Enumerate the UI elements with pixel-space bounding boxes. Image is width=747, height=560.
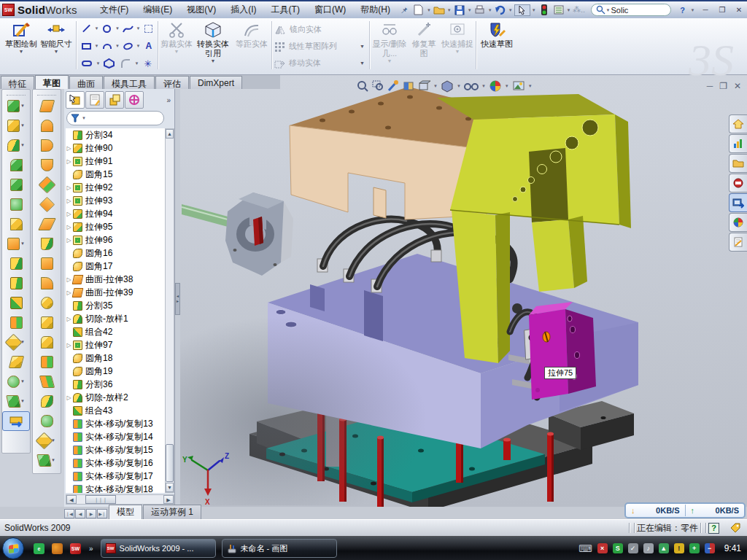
- menu-file[interactable]: 文件(F): [93, 1, 135, 18]
- features-toolbar-button[interactable]: [2, 254, 30, 273]
- quick-launch-solidworks-icon[interactable]: SW: [70, 543, 81, 554]
- dropdown-caret[interactable]: ▼: [457, 84, 461, 88]
- tab-scroll-next[interactable]: ▶: [86, 509, 96, 518]
- quick-launch-messenger-icon[interactable]: e: [34, 543, 44, 554]
- tray-volume-icon[interactable]: ♪: [643, 543, 654, 553]
- tree-item[interactable]: ▷组合42: [66, 325, 165, 338]
- surfaces-toolbar-button[interactable]: [33, 195, 61, 214]
- features-toolbar-button[interactable]: ▼: [2, 372, 30, 392]
- tree-item[interactable]: ▷曲面-拉伸39: [66, 286, 165, 299]
- filter-caret-icon[interactable]: ▼: [82, 116, 86, 120]
- save-icon[interactable]: [453, 4, 466, 16]
- dropdown-caret[interactable]: ▼: [488, 8, 492, 12]
- sketch-button[interactable]: 草图绘制▼: [4, 20, 38, 54]
- dropdown-caret[interactable]: ▼: [691, 8, 695, 12]
- features-toolbar-button[interactable]: [2, 313, 30, 332]
- appearances-pane-icon[interactable]: [729, 213, 747, 232]
- tab-scroll-prev[interactable]: ◀: [75, 509, 85, 518]
- section-view-icon[interactable]: [402, 79, 415, 93]
- search-box[interactable]: ▼ Solic: [591, 4, 671, 16]
- print-icon[interactable]: [473, 4, 487, 16]
- features-toolbar-button[interactable]: [2, 214, 30, 234]
- expand-arrow-icon[interactable]: ▷: [66, 276, 72, 283]
- new-document-icon[interactable]: [412, 4, 425, 16]
- appearances-icon[interactable]: [489, 79, 502, 93]
- scrollbar-thumb[interactable]: ❘❘❘: [85, 495, 116, 504]
- menu-window[interactable]: 窗口(W): [308, 1, 352, 18]
- dropdown-caret[interactable]: ▼: [96, 61, 101, 66]
- dropdown-caret[interactable]: ▼: [135, 61, 139, 66]
- restore-button[interactable]: ❐: [716, 4, 729, 15]
- rebuild-traffic-light-icon[interactable]: [538, 4, 551, 16]
- dropdown-caret[interactable]: ▼: [136, 44, 141, 48]
- dropdown-caret[interactable]: ▼: [505, 84, 509, 88]
- line-tool-icon[interactable]: [79, 28, 94, 29]
- tab-motion-study[interactable]: 运动算例 1: [143, 505, 201, 519]
- tree-horizontal-scrollbar[interactable]: ◀ ❘❘❘ ▶: [66, 494, 174, 505]
- file-explorer-icon[interactable]: [729, 154, 747, 173]
- configuration-manager-tab[interactable]: [105, 91, 124, 109]
- start-button[interactable]: [2, 537, 24, 559]
- surfaces-toolbar-button[interactable]: [33, 372, 61, 392]
- rapid-sketch-button[interactable]: 快速草图: [479, 20, 515, 49]
- property-manager-tab[interactable]: [85, 91, 104, 109]
- tab-model[interactable]: 模型: [109, 505, 142, 519]
- splitter-handle[interactable]: ◂▸: [175, 283, 180, 315]
- tree-item[interactable]: ▷实体-移动/复制17: [66, 470, 165, 483]
- dropdown-caret[interactable]: ▼: [532, 8, 536, 12]
- tab-scroll-first[interactable]: ❘◀: [64, 509, 74, 518]
- tab-dimxpert[interactable]: DimXpert: [190, 76, 242, 89]
- point-tool-icon[interactable]: ✳: [139, 58, 156, 69]
- features-toolbar-button[interactable]: ▼: [2, 136, 30, 155]
- view-palette-icon[interactable]: [729, 193, 747, 212]
- rectangle-tool-icon[interactable]: [79, 43, 94, 50]
- dropdown-caret[interactable]: ▼: [19, 49, 24, 54]
- tree-item[interactable]: ▷圆角18: [66, 351, 165, 365]
- panel-overflow-chevron[interactable]: »: [166, 96, 173, 104]
- tree-item[interactable]: ▷拉伸91: [66, 155, 165, 168]
- features-toolbar-button[interactable]: ▼: [2, 116, 30, 136]
- tree-item[interactable]: ▷拉伸90: [66, 141, 165, 155]
- expand-arrow-icon[interactable]: ▷: [66, 198, 72, 204]
- tree-item[interactable]: ▷实体-移动/复制15: [66, 443, 165, 456]
- surfaces-toolbar-button[interactable]: [33, 352, 61, 372]
- features-toolbar-button[interactable]: [2, 352, 30, 372]
- menu-tools[interactable]: 工具(T): [265, 1, 306, 18]
- panel-splitter[interactable]: ◂▸: [175, 89, 180, 507]
- expand-arrow-icon[interactable]: ▷: [66, 211, 72, 217]
- features-toolbar-button[interactable]: ▼: [2, 96, 30, 116]
- tree-item[interactable]: ▷实体-移动/复制16: [66, 456, 165, 470]
- surfaces-toolbar-button[interactable]: ▼: [33, 431, 61, 451]
- tab-evaluate[interactable]: 评估: [155, 76, 189, 89]
- smart-dimension-button[interactable]: 智能尺寸▼: [39, 20, 73, 54]
- keyboard-layout-icon[interactable]: ⌨: [578, 543, 592, 554]
- features-toolbar-button[interactable]: ▼: [2, 234, 30, 254]
- dropdown-caret[interactable]: ▼: [115, 44, 120, 48]
- graphics-viewport[interactable]: Y Z X ▼ ▼ ▼ ▼ ▼ ─ ❐ ✕ 拉伸75: [180, 75, 747, 507]
- tree-item[interactable]: ▷圆角16: [66, 246, 165, 260]
- expand-arrow-icon[interactable]: ▷: [66, 158, 72, 165]
- tab-scroll-last[interactable]: ▶❘: [97, 509, 107, 518]
- home-icon[interactable]: [729, 114, 747, 133]
- features-toolbar-button[interactable]: [2, 195, 30, 214]
- solidworks-content-icon[interactable]: [729, 174, 747, 192]
- tab-sketch[interactable]: 草图: [35, 75, 69, 89]
- feature-manager-tab[interactable]: [66, 91, 85, 109]
- tree-item[interactable]: ▷拉伸96: [66, 233, 165, 246]
- display-style-icon[interactable]: [441, 79, 454, 93]
- surfaces-toolbar-button[interactable]: [33, 96, 61, 116]
- features-toolbar-button[interactable]: [2, 273, 30, 293]
- tree-item[interactable]: ▷拉伸92: [66, 181, 165, 194]
- scrollbar-thumb[interactable]: [166, 444, 174, 482]
- surfaces-toolbar-button[interactable]: [33, 214, 61, 234]
- menu-view[interactable]: 视图(V): [180, 1, 222, 18]
- surfaces-toolbar-button[interactable]: [33, 254, 61, 273]
- tree-item[interactable]: ▷切除-放样2: [66, 391, 165, 404]
- zoom-previous-icon[interactable]: [387, 79, 400, 93]
- network-speed-widget[interactable]: ↓ 0KB/S ↑ 0KB/S: [624, 502, 746, 518]
- zoom-fit-icon[interactable]: [356, 79, 369, 93]
- expand-arrow-icon[interactable]: ▷: [66, 394, 72, 401]
- scroll-up-arrow[interactable]: ▲: [166, 129, 174, 139]
- surfaces-toolbar-button[interactable]: [33, 313, 61, 332]
- surfaces-toolbar-button[interactable]: [33, 392, 61, 411]
